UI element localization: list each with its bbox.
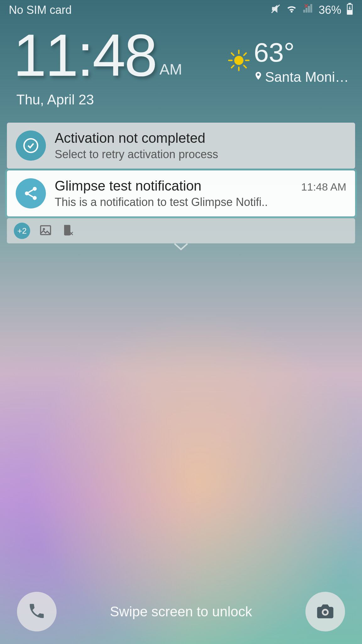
- weather-temp: 63°: [254, 37, 294, 68]
- check-circle-icon: [16, 130, 46, 161]
- svg-rect-3: [347, 10, 352, 14]
- lock-screen[interactable]: No SIM card × 36% 11:48 AM: [0, 0, 362, 644]
- status-bar: No SIM card × 36%: [0, 0, 362, 20]
- notification-activation[interactable]: Activation not completed Select to retry…: [7, 123, 355, 169]
- location-pin-icon: [254, 69, 263, 85]
- svg-line-18: [29, 194, 33, 197]
- mute-icon: [270, 3, 281, 17]
- wifi-icon: [286, 3, 297, 17]
- share-icon: [16, 178, 46, 208]
- battery-percent: 36%: [319, 3, 341, 17]
- chevron-down-icon[interactable]: [172, 242, 190, 253]
- unlock-hint: Swipe screen to unlock: [110, 604, 252, 619]
- weather-widget[interactable]: 63° Santa Moni…: [228, 37, 349, 85]
- notification-tray[interactable]: +2 ×: [7, 218, 355, 243]
- notification-subtitle: This is a notification to test Glimpse N…: [55, 196, 346, 209]
- notification-title: Glimpse test notification: [55, 178, 201, 194]
- weather-location: Santa Moni…: [265, 69, 349, 85]
- svg-text:×: ×: [69, 230, 74, 237]
- camera-icon: [315, 601, 335, 622]
- sd-error-icon: ×: [61, 224, 74, 238]
- svg-line-12: [244, 53, 246, 55]
- phone-icon: [27, 602, 46, 622]
- svg-line-17: [29, 190, 33, 192]
- svg-point-15: [25, 192, 29, 196]
- clock-ampm: AM: [159, 61, 182, 78]
- status-bar-right: × 36%: [270, 3, 353, 18]
- svg-point-16: [33, 196, 37, 200]
- svg-point-13: [24, 139, 37, 152]
- battery-charging-icon: [346, 3, 353, 18]
- svg-point-23: [323, 610, 327, 614]
- carrier-label: No SIM card: [9, 3, 72, 17]
- svg-point-14: [33, 187, 37, 191]
- phone-button[interactable]: [17, 592, 57, 631]
- notification-subtitle: Select to retry activation process: [55, 148, 346, 161]
- image-icon: [39, 224, 52, 238]
- clock-time: 11:48: [13, 25, 156, 85]
- clock-weather-widget: 11:48 AM 63° Santa Moni… Thu, April 23: [13, 25, 349, 108]
- svg-point-20: [43, 228, 45, 230]
- svg-rect-2: [349, 3, 351, 4]
- svg-line-9: [232, 53, 234, 55]
- sun-icon: [228, 49, 250, 73]
- notification-glimpse[interactable]: Glimpse test notification 11:48 AM This …: [7, 170, 355, 216]
- bottom-bar: Swipe screen to unlock: [0, 592, 362, 631]
- notifications-list: Activation not completed Select to retry…: [7, 123, 355, 243]
- signal-icon: ×: [302, 3, 314, 17]
- svg-line-10: [244, 65, 246, 68]
- more-count-badge: +2: [14, 223, 30, 239]
- notification-title: Activation not completed: [55, 130, 205, 146]
- clock-date: Thu, April 23: [16, 92, 349, 108]
- camera-button[interactable]: [305, 592, 345, 631]
- svg-line-11: [232, 65, 234, 68]
- svg-point-4: [234, 56, 244, 65]
- notification-time: 11:48 AM: [301, 181, 346, 193]
